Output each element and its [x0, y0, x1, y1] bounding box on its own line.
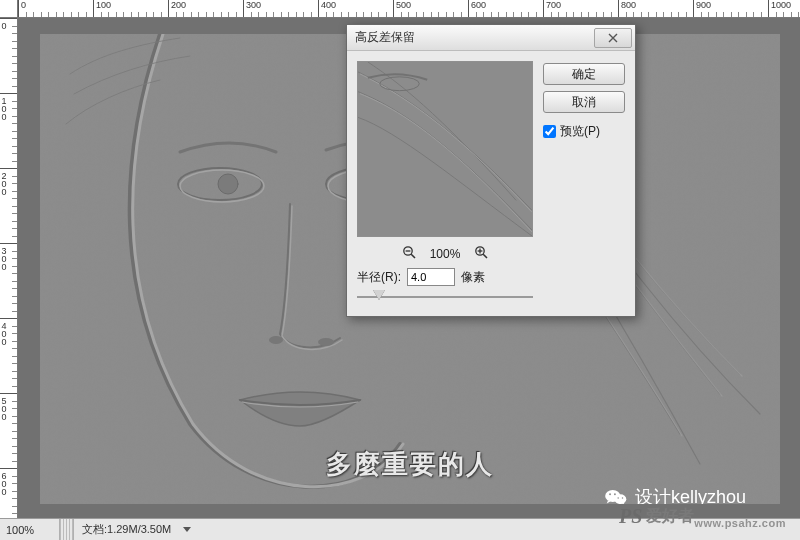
- zoom-in-button[interactable]: [474, 245, 488, 262]
- svg-point-10: [269, 336, 283, 344]
- zoom-out-icon: [402, 245, 416, 259]
- preview-checkbox-row[interactable]: 预览(P): [543, 123, 625, 140]
- zoom-in-icon: [474, 245, 488, 259]
- zoom-field[interactable]: 100%: [0, 519, 60, 540]
- image-credit: 设计kellyzhou: [603, 484, 746, 504]
- svg-line-21: [411, 254, 415, 258]
- svg-point-11: [318, 338, 334, 346]
- cancel-button[interactable]: 取消: [543, 91, 625, 113]
- watermark-url: www.psahz.com: [694, 517, 786, 529]
- ruler-corner: [0, 0, 18, 18]
- filter-preview[interactable]: [357, 61, 533, 237]
- ruler-horizontal: 01002003004005006007008009001000: [18, 0, 800, 18]
- zoom-out-button[interactable]: [402, 245, 416, 262]
- svg-point-16: [617, 497, 619, 499]
- site-watermark: PS 爱好者 www.psahz.com: [619, 505, 786, 528]
- wechat-icon: [603, 484, 629, 504]
- expand-info-icon[interactable]: [183, 527, 191, 532]
- radius-slider[interactable]: [357, 288, 533, 306]
- radius-input[interactable]: [407, 268, 455, 286]
- dialog-title: 高反差保留: [355, 29, 594, 46]
- svg-point-15: [614, 493, 616, 495]
- ok-button[interactable]: 确定: [543, 63, 625, 85]
- image-caption: 多麼重要的人: [326, 447, 494, 482]
- high-pass-dialog: 高反差保留: [346, 24, 636, 317]
- svg-point-14: [609, 493, 611, 495]
- slider-thumb-icon: [373, 290, 385, 300]
- statusbar-grip-icon[interactable]: [60, 519, 74, 540]
- watermark-brand: PS: [619, 505, 642, 528]
- document-info: 文档:1.29M/3.50M: [74, 522, 179, 537]
- radius-unit: 像素: [461, 269, 485, 286]
- preview-zoom-value: 100%: [430, 247, 461, 261]
- ruler-vertical: 0100200300400500600: [0, 18, 18, 518]
- svg-point-13: [614, 494, 626, 504]
- svg-line-24: [484, 254, 488, 258]
- dialog-close-button[interactable]: [594, 28, 632, 48]
- preview-checkbox-label: 预览(P): [560, 123, 600, 140]
- radius-label: 半径(R):: [357, 269, 401, 286]
- svg-point-17: [622, 497, 624, 499]
- preview-checkbox[interactable]: [543, 125, 556, 138]
- dialog-titlebar[interactable]: 高反差保留: [347, 25, 635, 51]
- close-icon: [608, 33, 618, 43]
